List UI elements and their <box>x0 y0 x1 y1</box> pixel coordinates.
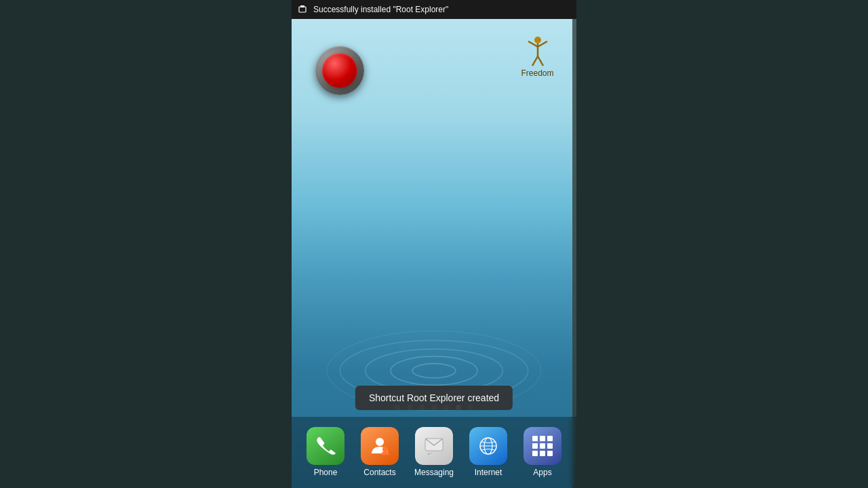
grid-dot <box>547 436 553 441</box>
apps-label: Apps <box>533 468 551 477</box>
dock-item-phone[interactable]: Phone <box>301 427 350 477</box>
notification-text: Successfully installed "Root Explorer" <box>313 5 571 14</box>
dock-item-contacts[interactable]: Contacts <box>355 427 404 477</box>
svg-rect-0 <box>299 7 306 12</box>
phone-icon <box>307 427 344 465</box>
svg-point-3 <box>391 357 477 386</box>
grid-dot <box>540 451 545 456</box>
apps-icon <box>524 427 561 465</box>
status-bar: Successfully installed "Root Explorer" <box>292 0 576 19</box>
toast-notification: Shortcut Root Explorer created <box>355 386 513 410</box>
messaging-label: Messaging <box>414 468 454 477</box>
record-button-inner <box>322 53 357 88</box>
svg-point-14 <box>382 447 388 452</box>
record-button[interactable] <box>315 46 364 95</box>
freedom-label: Freedom <box>521 68 553 78</box>
svg-line-12 <box>538 56 543 66</box>
contacts-label: Contacts <box>363 468 395 477</box>
internet-label: Internet <box>475 468 502 477</box>
phone-label: Phone <box>314 468 338 477</box>
dock-item-internet[interactable]: Internet <box>464 427 513 477</box>
contacts-icon <box>361 427 399 465</box>
dock-item-messaging[interactable]: Messaging <box>410 427 458 477</box>
internet-icon <box>469 427 507 465</box>
freedom-app-icon[interactable]: Freedom <box>515 37 559 78</box>
svg-line-11 <box>532 56 538 66</box>
grid-dot <box>532 443 538 449</box>
phone-screen: Successfully installed "Root Explorer" <box>292 0 576 488</box>
dock-item-apps[interactable]: Apps <box>518 427 567 477</box>
grid-dot <box>532 451 538 456</box>
freedom-figure <box>523 37 553 67</box>
svg-rect-1 <box>300 5 304 7</box>
grid-dot <box>547 451 553 456</box>
record-button-outer <box>315 46 364 95</box>
messaging-icon <box>415 427 453 465</box>
svg-point-2 <box>412 363 456 378</box>
grid-dot <box>547 443 553 449</box>
right-panel <box>576 0 868 488</box>
grid-dot <box>540 436 545 441</box>
grid-dot <box>540 443 545 449</box>
svg-point-13 <box>376 438 384 446</box>
notification-icon <box>297 4 308 15</box>
left-panel <box>0 0 292 488</box>
dock: Phone Contacts <box>292 417 576 488</box>
grid-dot <box>532 436 538 441</box>
svg-point-7 <box>534 37 541 43</box>
